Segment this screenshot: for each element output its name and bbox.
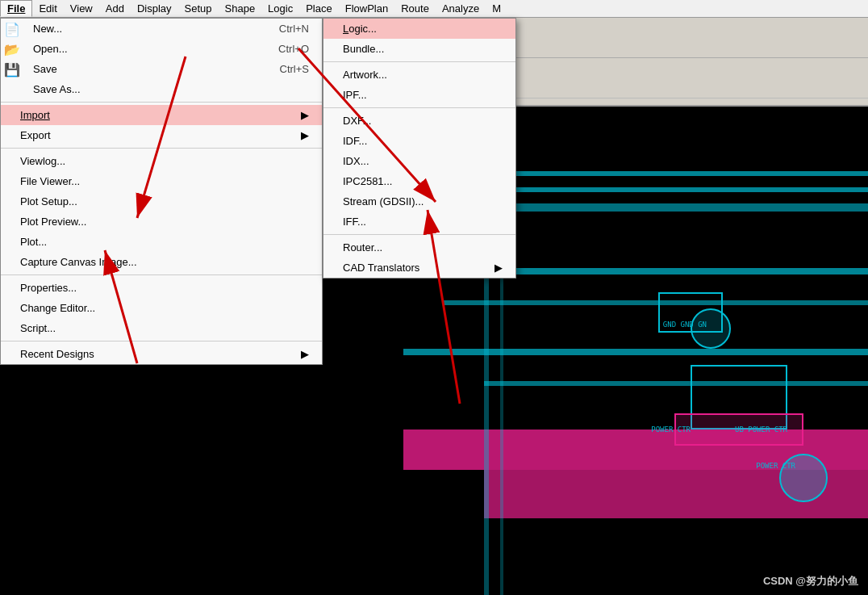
menu-plot-label: Plot... xyxy=(20,236,47,248)
menu-item-plotpreview[interactable]: Plot Preview... xyxy=(1,212,322,232)
menu-route[interactable]: Route xyxy=(394,0,436,17)
pcb-trace xyxy=(444,300,868,305)
menu-item-export[interactable]: Export ▶ xyxy=(1,125,322,145)
import-idf[interactable]: IDF... xyxy=(323,131,515,151)
menu-plotsetup-label: Plot Setup... xyxy=(20,195,77,207)
watermark: CSDN @努力的小鱼 xyxy=(763,574,858,589)
separator-4 xyxy=(1,341,322,341)
menu-item-new[interactable]: 📄 New... Ctrl+N xyxy=(1,19,322,39)
menu-item-fileviewer[interactable]: File Viewer... xyxy=(1,171,322,191)
export-arrow-icon: ▶ xyxy=(301,129,309,141)
menu-properties-label: Properties... xyxy=(20,282,77,294)
menu-save-label: Save xyxy=(33,63,57,75)
menu-item-plot[interactable]: Plot... xyxy=(1,232,322,252)
menu-fileviewer-label: File Viewer... xyxy=(20,175,80,187)
menu-item-open[interactable]: 📂 Open... Ctrl+O xyxy=(1,39,322,59)
menu-analyze[interactable]: Analyze xyxy=(436,0,486,17)
cad-translators-arrow-icon: ▶ xyxy=(495,262,503,274)
menu-edit[interactable]: Edit xyxy=(32,0,63,17)
import-cad-translators[interactable]: CAD Translators ▶ xyxy=(323,258,515,278)
menu-item-changeeditor[interactable]: Change Editor... xyxy=(1,298,322,318)
menu-item-save[interactable]: 💾 Save Ctrl+S xyxy=(1,59,322,79)
import-idx-label: IDX... xyxy=(343,155,369,167)
menubar: File Edit View Add Display Setup Shape L… xyxy=(0,0,868,18)
menu-item-script[interactable]: Script... xyxy=(1,318,322,338)
import-stream[interactable]: Stream (GDSII)... xyxy=(323,191,515,212)
menu-export-label: Export xyxy=(20,129,51,141)
menu-script-label: Script... xyxy=(20,322,56,334)
import-ipc2581-label: IPC2581... xyxy=(343,175,392,187)
menu-new-label: New... xyxy=(33,23,62,35)
separator-1 xyxy=(1,102,322,103)
pcb-label3: UB POWER CTR xyxy=(735,425,787,434)
menu-item-recentdesigns[interactable]: Recent Designs ▶ xyxy=(1,344,322,364)
menu-item-properties[interactable]: Properties... xyxy=(1,278,322,298)
menu-open-label: Open... xyxy=(33,43,68,55)
import-dxf-label: DXF... xyxy=(343,115,371,127)
import-logic[interactable]: Logic... xyxy=(323,19,515,39)
pcb-trace xyxy=(403,349,868,355)
import-router[interactable]: Router... xyxy=(323,237,515,258)
import-stream-label: Stream (GDSII)... xyxy=(343,195,424,207)
import-idx[interactable]: IDX... xyxy=(323,151,515,171)
import-iff-label: IFF... xyxy=(343,216,366,228)
import-bundle[interactable]: Bundle... xyxy=(323,39,515,59)
menu-item-capture[interactable]: Capture Canvas Image... xyxy=(1,252,322,272)
menu-new-shortcut: Ctrl+N xyxy=(279,23,309,35)
import-cad-label: CAD Translators xyxy=(343,262,419,274)
component-round xyxy=(691,308,731,349)
menu-item-viewlog[interactable]: Viewlog... xyxy=(1,151,322,171)
import-artwork-label: Artwork... xyxy=(343,69,387,81)
import-dxf[interactable]: DXF... xyxy=(323,111,515,131)
import-ipc2581[interactable]: IPC2581... xyxy=(323,171,515,191)
import-bundle-label: Bundle... xyxy=(343,43,384,55)
menu-import-label: Import xyxy=(20,109,50,121)
component-round2 xyxy=(779,454,828,502)
import-ipf-label: IPF... xyxy=(343,89,367,101)
menu-changeeditor-label: Change Editor... xyxy=(20,302,95,314)
recentdesigns-arrow-icon: ▶ xyxy=(301,348,309,360)
menu-file[interactable]: File xyxy=(0,0,32,17)
import-arrow-icon: ▶ xyxy=(301,109,309,121)
file-menu-dropdown: 📄 New... Ctrl+N 📂 Open... Ctrl+O 💾 Save … xyxy=(0,18,323,365)
menu-save-shortcut: Ctrl+S xyxy=(280,63,309,75)
import-idf-label: IDF... xyxy=(343,135,367,147)
menu-capture-label: Capture Canvas Image... xyxy=(20,256,137,268)
separator-2 xyxy=(1,148,322,149)
menu-viewlog-label: Viewlog... xyxy=(20,155,65,167)
menu-add[interactable]: Add xyxy=(99,0,131,17)
menu-setup[interactable]: Setup xyxy=(178,0,219,17)
import-sep1 xyxy=(323,61,515,62)
menu-flowplan[interactable]: FlowPlan xyxy=(339,0,394,17)
import-sep3 xyxy=(323,234,515,235)
menu-saveas-label: Save As... xyxy=(33,83,81,95)
import-submenu: Logic... Bundle... Artwork... IPF... DXF… xyxy=(323,18,516,279)
menu-plotpreview-label: Plot Preview... xyxy=(20,216,86,228)
menu-more[interactable]: M xyxy=(486,0,507,17)
menu-item-import[interactable]: Import ▶ xyxy=(1,105,322,125)
menu-recentdesigns-label: Recent Designs xyxy=(20,348,94,360)
menu-place[interactable]: Place xyxy=(299,0,339,17)
pcb-trace xyxy=(484,381,868,386)
menu-display[interactable]: Display xyxy=(131,0,178,17)
menu-logic[interactable]: Logic xyxy=(261,0,299,17)
import-artwork[interactable]: Artwork... xyxy=(323,65,515,85)
menu-item-plotsetup[interactable]: Plot Setup... xyxy=(1,191,322,212)
import-ipf[interactable]: IPF... xyxy=(323,85,515,105)
separator-3 xyxy=(1,274,322,275)
import-iff[interactable]: IFF... xyxy=(323,212,515,232)
import-router-label: Router... xyxy=(343,241,382,254)
menu-item-saveas[interactable]: Save As... xyxy=(1,79,322,99)
menu-open-shortcut: Ctrl+O xyxy=(278,43,309,55)
menu-view[interactable]: View xyxy=(64,0,99,17)
import-sep2 xyxy=(323,107,515,108)
pcb-label2: POWER CTR xyxy=(651,425,691,434)
menu-shape[interactable]: Shape xyxy=(219,0,262,17)
import-logic-label: Logic... xyxy=(343,23,377,35)
